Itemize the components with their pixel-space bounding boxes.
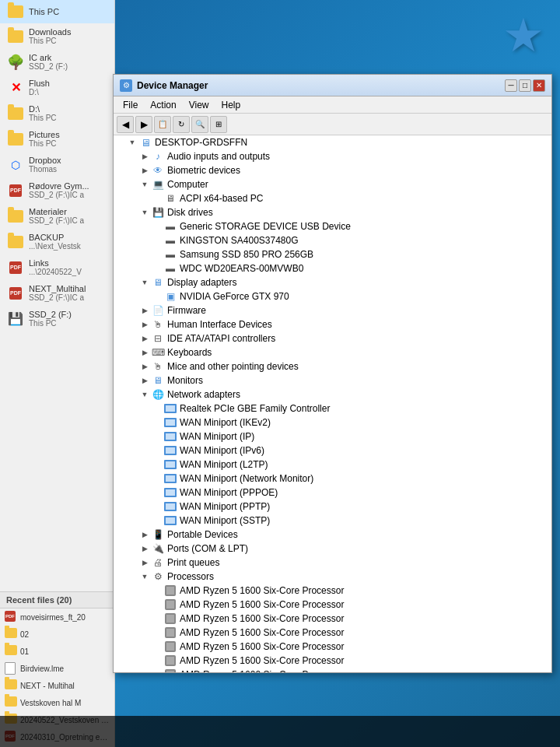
tree-disk-3[interactable]: ▬ WDC WD20EARS-00MVWB0: [114, 261, 551, 275]
disk-expander[interactable]: ▼: [138, 206, 151, 219]
backup-sublabel: ...\Next_Vestsk: [29, 242, 81, 251]
menu-help[interactable]: Help: [215, 98, 247, 112]
tree-wan-pppoe[interactable]: WAN Miniport (PPPOE): [114, 486, 551, 500]
tree-wan-netmon[interactable]: WAN Miniport (Network Monitor): [114, 472, 551, 486]
fe-item-rodov[interactable]: PDF Rødovre Gym... SSD_2 (F:\)IC a: [0, 177, 114, 203]
processors-icon: ⚙: [151, 570, 165, 583]
toolbar-forward[interactable]: ▶: [135, 116, 152, 133]
display-expander[interactable]: ▼: [138, 276, 151, 289]
computer-expander[interactable]: ▼: [138, 178, 151, 191]
hid-expander[interactable]: ▶: [138, 318, 151, 331]
tree-print[interactable]: ▶ 🖨 Print queues: [114, 556, 551, 570]
menu-action[interactable]: Action: [144, 98, 182, 112]
processors-expander[interactable]: ▼: [138, 570, 151, 583]
recent-item-2[interactable]: 01: [0, 643, 114, 660]
fe-item-pictures[interactable]: Pictures This PC: [0, 126, 114, 152]
tree-biometric[interactable]: ▶ 👁 Biometric devices: [114, 163, 551, 177]
tree-mice[interactable]: ▶ 🖱 Mice and other pointing devices: [114, 359, 551, 374]
close-button[interactable]: ✕: [533, 79, 545, 92]
recent-label-4: NEXT - Multihal: [20, 682, 75, 690]
print-expander[interactable]: ▶: [138, 556, 151, 569]
fe-item-backup[interactable]: BACKUP ...\Next_Vestsk: [0, 229, 114, 254]
fe-item-d-drive[interactable]: D:\ This PC: [0, 100, 114, 126]
tree-wan-ikev2[interactable]: WAN Miniport (IKEv2): [114, 416, 551, 430]
tree-ports[interactable]: ▶ 🔌 Ports (COM & LPT): [114, 542, 551, 556]
tree-disk[interactable]: ▼ 💾 Disk drives: [114, 205, 551, 219]
audio-expander[interactable]: ▶: [138, 150, 151, 163]
tree-cpu-2[interactable]: AMD Ryzen 5 1600 Six-Core Processor: [114, 612, 551, 626]
tree-audio[interactable]: ▶ ♪ Audio inputs and outputs: [114, 149, 551, 163]
tree-wan-ip[interactable]: WAN Miniport (IP): [114, 430, 551, 444]
fe-item-icark[interactable]: 🌳 IC ark SSD_2 (F:): [0, 49, 114, 75]
tree-keyboards[interactable]: ▶ ⌨ Keyboards: [114, 345, 551, 359]
cpu-3-icon: [163, 626, 177, 639]
minimize-button[interactable]: ─: [505, 79, 517, 92]
tree-disk-2[interactable]: ▬ Samsung SSD 850 PRO 256GB: [114, 247, 551, 261]
tree-firmware[interactable]: ▶ 📄 Firmware: [114, 303, 551, 317]
tree-nvidia[interactable]: ▣ NVIDIA GeForce GTX 970: [114, 289, 551, 303]
toolbar-properties[interactable]: 📋: [154, 116, 171, 133]
tree-portable[interactable]: ▶ 📱 Portable Devices: [114, 528, 551, 542]
portable-expander[interactable]: ▶: [138, 528, 151, 541]
root-expander[interactable]: ▼: [126, 136, 138, 149]
menu-file[interactable]: File: [117, 98, 144, 112]
tree-cpu-4[interactable]: AMD Ryzen 5 1600 Six-Core Processor: [114, 640, 551, 654]
device-manager-tree[interactable]: ▼ 🖥 DESKTOP-GRDSFFN ▶ ♪ Audio inputs and…: [114, 135, 551, 672]
wan-pptp-icon: [163, 500, 177, 513]
blue-star-decoration: ★: [502, 8, 544, 62]
menu-view[interactable]: View: [183, 98, 215, 112]
wan-sstp-label: WAN Miniport (SSTP): [180, 515, 270, 526]
toolbar-extra[interactable]: ⊞: [210, 116, 227, 133]
tree-acpi[interactable]: 🖥 ACPI x64-based PC: [114, 191, 551, 205]
ports-expander[interactable]: ▶: [138, 542, 151, 555]
tree-wan-pptp[interactable]: WAN Miniport (PPTP): [114, 500, 551, 514]
fe-item-links[interactable]: PDF Links ...\20240522_V: [0, 254, 114, 280]
firmware-expander[interactable]: ▶: [138, 304, 151, 317]
tree-cpu-3[interactable]: AMD Ryzen 5 1600 Six-Core Processor: [114, 626, 551, 640]
tree-cpu-0[interactable]: AMD Ryzen 5 1600 Six-Core Processor: [114, 584, 551, 598]
tree-cpu-6[interactable]: AMD Ryzen 5 1600 Six-Core Processor: [114, 668, 551, 672]
ide-expander[interactable]: ▶: [138, 332, 151, 345]
fe-item-next-multihal[interactable]: PDF NEXT_Multihal SSD_2 (F:\)IC a: [0, 280, 114, 306]
tree-wan-sstp[interactable]: WAN Miniport (SSTP): [114, 514, 551, 528]
tree-processors[interactable]: ▼ ⚙ Processors: [114, 570, 551, 584]
fe-item-ssd2[interactable]: 💾 SSD_2 (F:) This PC: [0, 306, 114, 331]
recent-item-4[interactable]: NEXT - Multihal: [0, 677, 114, 694]
fe-item-dropbox[interactable]: ⬡ Dropbox Thomas: [0, 152, 114, 177]
toolbar-refresh[interactable]: ↻: [173, 116, 190, 133]
recent-item-5[interactable]: Vestskoven hal M: [0, 694, 114, 711]
mice-label: Mice and other pointing devices: [167, 361, 299, 372]
tree-network[interactable]: ▼ 🌐 Network adapters: [114, 388, 551, 402]
recent-item-0[interactable]: PDF moveisirmes_ft_20: [0, 608, 114, 626]
mice-expander[interactable]: ▶: [138, 360, 151, 373]
fe-item-downloads[interactable]: Downloads This PC: [0, 23, 114, 49]
biometric-expander[interactable]: ▶: [138, 164, 151, 177]
fe-item-flush[interactable]: ✕ Flush D:\: [0, 75, 114, 100]
tree-cpu-1[interactable]: AMD Ryzen 5 1600 Six-Core Processor: [114, 598, 551, 612]
keyboards-expander[interactable]: ▶: [138, 346, 151, 359]
tree-realtek[interactable]: Realtek PCIe GBE Family Controller: [114, 402, 551, 416]
network-expander[interactable]: ▼: [138, 388, 151, 401]
maximize-button[interactable]: □: [519, 79, 531, 92]
monitors-expander[interactable]: ▶: [138, 374, 151, 387]
tree-computer[interactable]: ▼ 💻 Computer: [114, 177, 551, 191]
tree-display[interactable]: ▼ 🖥 Display adapters: [114, 275, 551, 289]
tree-wan-ipv6[interactable]: WAN Miniport (IPv6): [114, 444, 551, 458]
fe-item-materialer[interactable]: Materialer SSD_2 (F:\)IC a: [0, 203, 114, 229]
tree-disk-0[interactable]: ▬ Generic STORAGE DEVICE USB Device: [114, 219, 551, 233]
recent-item-3[interactable]: Birdview.lme: [0, 660, 114, 677]
tree-disk-1[interactable]: ▬ KINGSTON SA400S37480G: [114, 233, 551, 247]
links-sublabel: ...\20240522_V: [29, 268, 82, 276]
icark-icon: 🌳: [6, 54, 25, 70]
thispc-icon: [6, 4, 25, 19]
toolbar-scan[interactable]: 🔍: [191, 116, 208, 133]
tree-ide[interactable]: ▶ ⊟ IDE ATA/ATAPI controllers: [114, 331, 551, 345]
recent-item-1[interactable]: 02: [0, 626, 114, 643]
toolbar-back[interactable]: ◀: [117, 116, 134, 133]
fe-item-thispc-top[interactable]: This PC: [0, 0, 114, 23]
tree-root[interactable]: ▼ 🖥 DESKTOP-GRDSFFN: [114, 135, 551, 149]
tree-monitors[interactable]: ▶ 🖥 Monitors: [114, 374, 551, 388]
tree-cpu-5[interactable]: AMD Ryzen 5 1600 Six-Core Processor: [114, 654, 551, 668]
tree-hid[interactable]: ▶ 🖱 Human Interface Devices: [114, 317, 551, 331]
tree-wan-l2tp[interactable]: WAN Miniport (L2TP): [114, 458, 551, 472]
